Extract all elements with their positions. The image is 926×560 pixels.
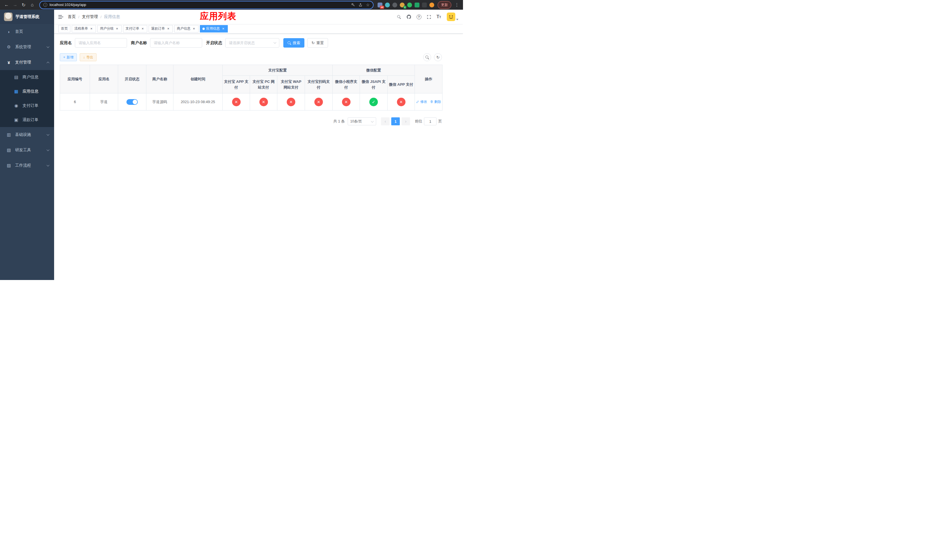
cell-status xyxy=(118,94,146,110)
address-bar[interactable]: i localhost:1024/pay/app ☆ xyxy=(40,2,373,9)
fullscreen-icon[interactable] xyxy=(425,13,433,21)
edit-button[interactable]: 修改 xyxy=(416,100,427,104)
alipay-wap-status-icon: × xyxy=(287,98,295,106)
sidebar-toggle-icon[interactable] xyxy=(54,15,68,19)
breadcrumb-home[interactable]: 首页 xyxy=(68,14,76,20)
extension-icon-5[interactable] xyxy=(407,3,412,8)
breadcrumb-app-info: 应用信息 xyxy=(104,14,120,20)
column-header-merchant: 商户名称 xyxy=(146,65,173,94)
refresh-table-button[interactable]: ↻ xyxy=(434,53,442,61)
page-number-button[interactable]: 1 xyxy=(391,117,400,125)
active-tab-dot xyxy=(203,28,205,30)
breadcrumb-payment[interactable]: 支付管理 xyxy=(82,14,98,20)
sidebar-item-app-info[interactable]: ▦ 应用信息 xyxy=(0,84,54,98)
sidebar-item-payment[interactable]: ¥ 支付管理 xyxy=(0,55,54,70)
site-info-icon[interactable]: i xyxy=(43,3,47,7)
wechat-jsapi-status-icon: ✓ xyxy=(369,98,378,106)
password-key-icon[interactable] xyxy=(351,3,355,7)
tab-process-form[interactable]: 流程表单× xyxy=(72,25,96,32)
sidebar-item-refund-order[interactable]: ▣ 退款订单 xyxy=(0,113,54,127)
cell-actions: 修改 删除 xyxy=(415,94,442,110)
breadcrumb-separator: / xyxy=(78,15,79,19)
browser-menu-icon[interactable]: ⋮ xyxy=(452,2,460,8)
app-name-input[interactable] xyxy=(75,38,127,48)
extension-icon-4[interactable]: 1 xyxy=(400,3,405,8)
tab-merchant-info[interactable]: 商户信息× xyxy=(174,25,198,32)
extension-icon-3[interactable] xyxy=(392,3,397,8)
browser-reload-button[interactable]: ↻ xyxy=(20,1,27,9)
export-button[interactable]: ↓ 导出 xyxy=(80,53,97,61)
pagination: 共 1 条 10条/页 ‹ 1 › 前往 页 xyxy=(60,117,442,125)
sidebar-item-dev-tools[interactable]: ▧ 研发工具 xyxy=(0,142,54,158)
url-text[interactable]: localhost:1024/pay/app xyxy=(50,3,86,7)
tab-close-icon[interactable]: × xyxy=(115,27,119,31)
extension-icon-8[interactable] xyxy=(430,3,434,8)
browser-back-button[interactable]: ← xyxy=(3,1,10,9)
chevron-down-icon xyxy=(47,133,50,136)
tab-close-icon[interactable]: × xyxy=(166,27,170,31)
search-button[interactable]: 搜索 xyxy=(283,38,304,48)
browser-home-button[interactable]: ⌂ xyxy=(29,1,36,9)
status-toggle[interactable] xyxy=(126,99,138,105)
goto-page-input[interactable] xyxy=(424,117,437,125)
search-icon[interactable] xyxy=(395,13,402,21)
bookmark-star-icon[interactable]: ☆ xyxy=(366,3,369,7)
status-label: 开启状态 xyxy=(206,41,222,45)
search-icon xyxy=(425,56,429,59)
add-button[interactable]: + 新增 xyxy=(60,53,77,61)
app-logo[interactable]: 芋道管理系统 xyxy=(0,10,54,24)
tab-close-icon[interactable]: × xyxy=(141,27,145,31)
tab-close-icon[interactable]: × xyxy=(89,27,94,31)
extension-icon-1[interactable]: 10 xyxy=(378,3,383,8)
delete-button[interactable]: 删除 xyxy=(430,100,441,104)
toggle-search-button[interactable] xyxy=(423,53,431,61)
share-icon[interactable] xyxy=(359,3,363,7)
next-page-button[interactable]: › xyxy=(401,117,410,125)
column-header-alipay-scan: 支付宝扫码支付 xyxy=(305,76,333,94)
tab-home[interactable]: 首页 xyxy=(58,25,70,32)
breadcrumb: 首页 / 支付管理 / 应用信息 xyxy=(68,14,120,20)
reset-button[interactable]: ↻ 重置 xyxy=(307,38,328,48)
browser-update-button[interactable]: 更新 xyxy=(438,1,451,9)
filter-form: 应用名 商户名称 开启状态 搜索 xyxy=(60,38,442,48)
browser-forward-button[interactable]: → xyxy=(11,1,19,9)
logo-avatar xyxy=(4,12,12,21)
app-name-label: 应用名 xyxy=(60,41,72,45)
dev-tools-icon: ▧ xyxy=(6,148,12,153)
help-icon[interactable]: ? xyxy=(415,13,422,21)
sidebar-item-workflow[interactable]: ▨ 工作流程 xyxy=(0,158,54,173)
table-row: 6 芋道 芋道源码 2021-10-23 08:49:25 × × × × × … xyxy=(60,94,442,110)
user-avatar-menu[interactable] xyxy=(447,12,458,21)
sidebar-item-system[interactable]: ⚙ 系统管理 xyxy=(0,39,54,55)
sidebar-item-infrastructure[interactable]: ▥ 基础设施 xyxy=(0,127,54,142)
sidebar-item-merchant-info[interactable]: ▤ 商户信息 xyxy=(0,70,54,84)
extension-icon-2[interactable] xyxy=(385,3,390,8)
sidebar-item-home[interactable]: ◗ 首页 xyxy=(0,24,54,39)
caret-down-icon xyxy=(456,19,458,20)
delete-icon xyxy=(430,100,433,103)
cell-merchant: 芋道源码 xyxy=(146,94,173,110)
tab-close-icon[interactable]: × xyxy=(221,27,225,31)
status-select[interactable] xyxy=(225,38,279,48)
tab-app-info[interactable]: 应用信息× xyxy=(200,25,228,32)
extensions-pin-icon[interactable] xyxy=(422,3,427,8)
infrastructure-icon: ▥ xyxy=(6,132,12,137)
extension-icon-6[interactable] xyxy=(415,3,419,8)
merchant-name-input[interactable] xyxy=(150,38,202,48)
tab-close-icon[interactable]: × xyxy=(192,27,196,31)
prev-page-button[interactable]: ‹ xyxy=(381,117,390,125)
status-select-input[interactable] xyxy=(225,38,279,48)
tab-pay-order[interactable]: 支付订单× xyxy=(123,25,147,32)
tab-refund-order[interactable]: 退款订单× xyxy=(149,25,173,32)
goto-prefix-label: 前往 xyxy=(415,119,422,124)
goto-suffix-label: 页 xyxy=(438,119,442,124)
github-icon[interactable] xyxy=(405,13,413,21)
column-header-actions: 操作 xyxy=(415,65,442,94)
page-size-select[interactable]: 10条/页 xyxy=(348,117,376,125)
alipay-pc-status-icon: × xyxy=(259,98,268,106)
yen-icon: ¥ xyxy=(6,60,12,65)
refresh-icon: ↻ xyxy=(312,41,315,45)
tab-user-group[interactable]: 用户分组× xyxy=(97,25,122,32)
font-size-icon[interactable]: TT xyxy=(435,13,442,21)
sidebar-item-pay-order[interactable]: ◉ 支付订单 xyxy=(0,98,54,113)
